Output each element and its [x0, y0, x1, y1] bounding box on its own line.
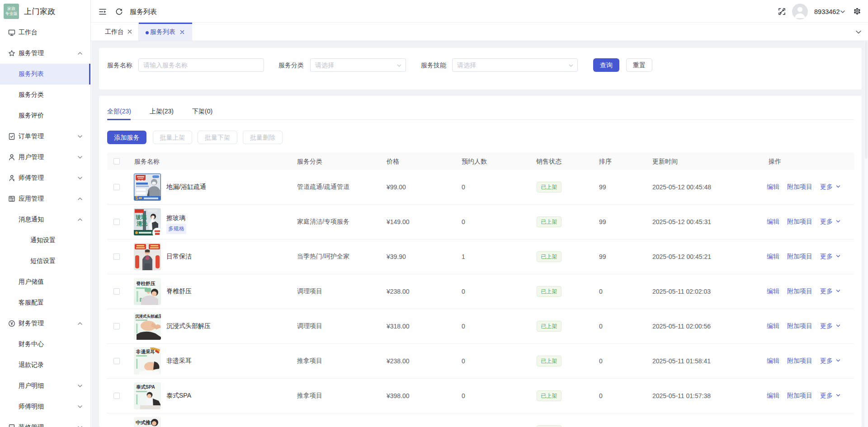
svg-text:沉浸式头部减压: 沉浸式头部减压: [135, 314, 161, 319]
svg-text:5: 5: [136, 196, 138, 201]
svg-text:清洗: 清洗: [136, 221, 148, 227]
svg-text:非遗采耳: 非遗采耳: [136, 349, 155, 354]
svg-text:脊柱舒压: 脊柱舒压: [136, 281, 156, 286]
svg-text:泰式SPA: 泰式SPA: [136, 384, 155, 389]
svg-text:玻璃: 玻璃: [135, 214, 146, 221]
